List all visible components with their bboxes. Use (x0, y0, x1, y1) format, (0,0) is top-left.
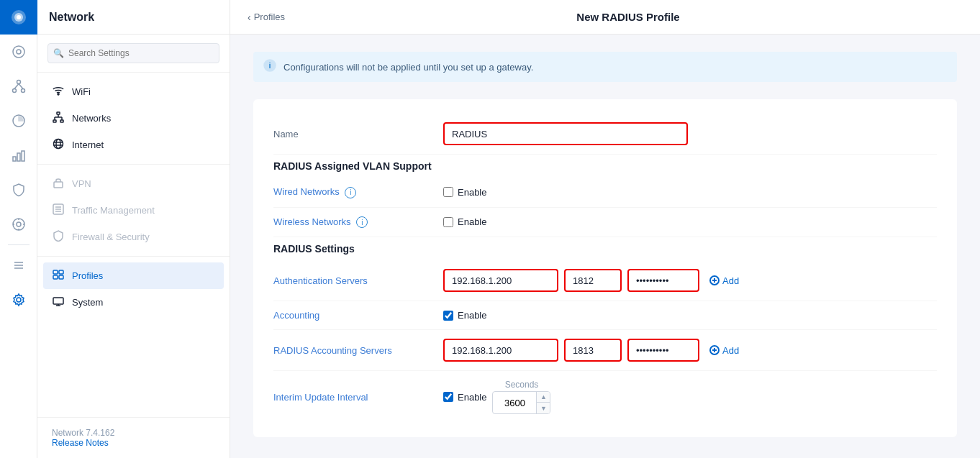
accounting-checkbox[interactable] (443, 311, 453, 321)
topology-nav-icon[interactable] (0, 69, 37, 104)
interim-value-input-wrap: ▲ ▼ (492, 391, 550, 414)
wifi-icon (52, 85, 65, 99)
vlan-section-title: RADIUS Assigned VLAN Support (273, 155, 937, 175)
release-notes-link[interactable]: Release Notes (52, 438, 109, 448)
wireless-networks-checkbox-label[interactable]: Enable (443, 216, 486, 227)
app-logo[interactable] (0, 0, 37, 35)
svg-line-8 (14, 84, 19, 89)
sidebar-item-wifi[interactable]: WiFi (37, 78, 230, 105)
radius-accounting-add-label: Add (722, 345, 739, 356)
accounting-row: Accounting Enable (273, 301, 937, 330)
wireless-networks-enable-label: Enable (458, 216, 486, 227)
name-input[interactable] (443, 122, 688, 145)
sidebar-item-traffic: Traffic Management (37, 197, 230, 224)
accounting-enable-label: Enable (458, 310, 486, 321)
radius-accounting-add-button[interactable]: Add (705, 342, 743, 359)
svg-point-33 (56, 139, 60, 149)
arrow-buttons: ▲ ▼ (536, 391, 550, 414)
sidebar-item-profiles-label: Profiles (72, 270, 103, 281)
interim-update-checkbox[interactable] (443, 392, 453, 402)
list-nav-icon[interactable] (0, 248, 37, 283)
auth-server-port-input[interactable] (564, 269, 622, 292)
accounting-label: Accounting (273, 310, 432, 321)
radius-accounting-ip-input[interactable] (443, 339, 558, 362)
sidebar-item-system-label: System (72, 297, 103, 308)
nav-divider-2 (37, 256, 230, 257)
svg-text:i: i (268, 61, 271, 70)
interim-value-input[interactable] (493, 398, 536, 408)
name-row: Name (273, 114, 937, 155)
wired-networks-checkbox-label[interactable]: Enable (443, 187, 486, 198)
page-title: New RADIUS Profile (294, 11, 963, 23)
name-label: Name (273, 129, 432, 139)
svg-point-7 (21, 89, 24, 93)
system-icon (52, 296, 65, 309)
sidebar-item-firewall-label: Firewall & Security (72, 232, 150, 242)
info-banner: i Configurations will not be applied unt… (253, 52, 957, 82)
sidebar-item-internet[interactable]: Internet (37, 132, 230, 158)
shield-nav-icon[interactable] (0, 173, 37, 207)
auth-servers-control: Add (443, 269, 937, 292)
wired-networks-checkbox[interactable] (443, 187, 453, 197)
accounting-checkbox-label[interactable]: Enable (443, 310, 486, 321)
wired-networks-info-icon: i (345, 187, 356, 198)
interim-update-checkbox-label[interactable]: Enable (443, 392, 486, 403)
svg-point-15 (17, 222, 21, 226)
sidebar-item-networks[interactable]: Networks (37, 105, 230, 132)
icon-bar (0, 0, 37, 458)
increment-button[interactable]: ▲ (537, 391, 550, 403)
globe-icon (52, 138, 65, 152)
alerts-nav-icon[interactable] (0, 207, 37, 242)
sidebar-search-input[interactable] (47, 43, 219, 63)
traffic-icon (52, 203, 65, 217)
sidebar-title: Network (37, 0, 230, 35)
svg-rect-41 (53, 270, 58, 274)
interim-update-control: Enable Seconds ▲ ▼ (443, 380, 937, 414)
auth-server-secret-input[interactable] (627, 269, 699, 292)
auth-server-add-button[interactable]: Add (705, 272, 743, 289)
wireless-networks-checkbox[interactable] (443, 217, 453, 227)
svg-point-3 (13, 46, 24, 58)
accounting-control: Enable (443, 310, 937, 321)
sidebar-item-vpn-label: VPN (72, 178, 91, 189)
breadcrumb-label[interactable]: Profiles (254, 12, 285, 22)
auth-server-ip-input[interactable] (443, 269, 558, 292)
svg-rect-26 (53, 120, 56, 122)
svg-rect-12 (17, 153, 20, 161)
seconds-label: Seconds (505, 380, 539, 390)
svg-point-32 (54, 139, 63, 149)
dashboard-nav-icon[interactable] (0, 35, 37, 69)
sidebar-item-vpn: VPN (37, 170, 230, 197)
sidebar-item-networks-label: Networks (72, 113, 111, 124)
svg-rect-44 (59, 275, 63, 279)
chart-nav-icon[interactable] (0, 138, 37, 173)
radius-accounting-port-input[interactable] (564, 339, 622, 362)
sidebar-item-profiles[interactable]: Profiles (43, 262, 224, 289)
stats-nav-icon[interactable] (0, 104, 37, 138)
radius-accounting-secret-input[interactable] (627, 339, 699, 362)
svg-point-4 (17, 50, 21, 54)
vpn-icon (52, 177, 65, 191)
svg-point-2 (17, 15, 21, 19)
svg-rect-11 (13, 157, 16, 161)
sidebar-search-icon: 🔍 (53, 48, 64, 58)
profiles-icon (52, 269, 65, 283)
wireless-networks-info-icon: i (356, 216, 368, 228)
wired-networks-enable-label: Enable (458, 187, 486, 198)
networks-icon (52, 111, 65, 125)
interim-update-label: Interim Update Interval (273, 392, 432, 403)
sidebar-item-system[interactable]: System (37, 289, 230, 316)
decrement-button[interactable]: ▼ (537, 403, 550, 414)
radius-accounting-row: RADIUS Accounting Servers Add (273, 330, 937, 371)
breadcrumb-back[interactable]: ‹ Profiles (248, 12, 285, 23)
form-section: Name RADIUS Assigned VLAN Support Wired … (253, 99, 957, 437)
sidebar-search-wrap: 🔍 (37, 35, 230, 73)
svg-rect-27 (60, 120, 63, 122)
wireless-networks-label: Wireless Networks i (273, 216, 432, 229)
settings-nav-icon[interactable] (0, 283, 37, 317)
firewall-icon (52, 230, 65, 244)
svg-rect-42 (59, 270, 63, 274)
wired-networks-control: Enable (443, 187, 937, 198)
wireless-networks-control: Enable (443, 216, 937, 227)
version-text: Network 7.4.162 (52, 428, 215, 438)
